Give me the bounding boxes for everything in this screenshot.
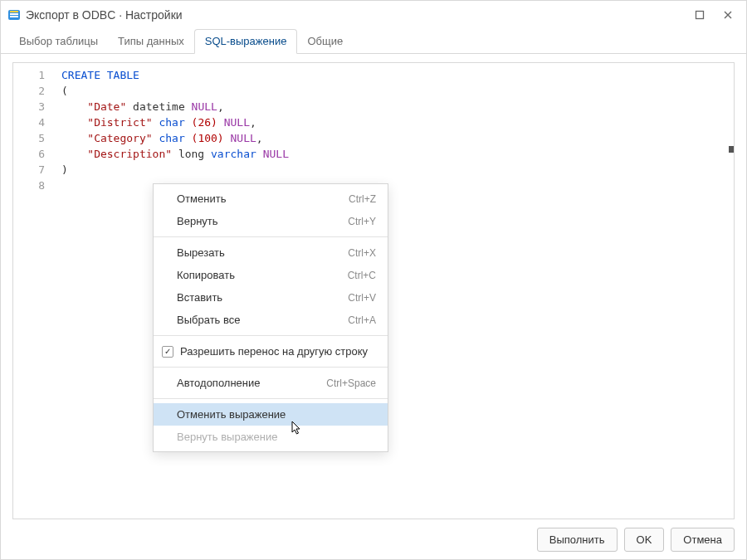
ctx-separator: [154, 335, 388, 336]
titlebar: Экспорт в ODBC · Настройки: [1, 1, 746, 29]
ctx-item-label: Копировать: [177, 269, 348, 281]
ctx-separator: [154, 367, 388, 368]
svg-rect-2: [10, 16, 18, 17]
cancel-button[interactable]: Отмена: [671, 528, 735, 552]
context-menu: Отменить Ctrl+Z Вернуть Ctrl+Y Вырезать …: [153, 183, 388, 452]
tab-sql-expression[interactable]: SQL-выражение: [194, 29, 298, 54]
line-number: 7: [13, 162, 45, 178]
ctx-item-label: Вернуть: [177, 215, 348, 227]
ctx-item-accel: Ctrl+C: [348, 270, 376, 281]
line-number: 4: [13, 114, 45, 130]
maximize-button[interactable]: [688, 3, 711, 27]
ctx-undo-expression[interactable]: Отменить выражение: [154, 403, 388, 426]
ctx-cut[interactable]: Вырезать Ctrl+X: [154, 241, 388, 264]
line-gutter: 1 2 3 4 5 6 7 8: [13, 63, 53, 519]
ctx-item-label: Вставить: [177, 291, 348, 304]
ctx-item-label: Разрешить перенос на другую строку: [180, 345, 376, 358]
check-icon: ✓: [162, 346, 173, 358]
ctx-item-label: Автодополнение: [177, 377, 326, 389]
svg-rect-4: [696, 12, 704, 19]
ctx-copy[interactable]: Копировать Ctrl+C: [154, 264, 388, 286]
tabbar: Выбор таблицы Типы данных SQL-выражение …: [1, 29, 746, 54]
close-button[interactable]: [716, 3, 740, 27]
ctx-item-accel: Ctrl+A: [348, 314, 376, 326]
ctx-item-accel: Ctrl+Space: [326, 377, 376, 389]
ctx-redo[interactable]: Вернуть Ctrl+Y: [154, 210, 388, 232]
line-number: 2: [13, 83, 45, 99]
line-number: 1: [13, 67, 45, 83]
ctx-item-accel: Ctrl+Z: [349, 193, 376, 205]
tab-select-table[interactable]: Выбор таблицы: [9, 30, 108, 53]
ctx-item-accel: Ctrl+Y: [348, 216, 376, 227]
ctx-undo[interactable]: Отменить Ctrl+Z: [154, 187, 388, 210]
ctx-item-label: Вернуть выражение: [177, 431, 376, 443]
ctx-separator: [154, 398, 388, 399]
svg-rect-1: [10, 13, 18, 15]
ctx-paste[interactable]: Вставить Ctrl+V: [154, 286, 388, 309]
line-number: 6: [13, 146, 45, 162]
ctx-item-accel: Ctrl+X: [348, 247, 376, 259]
ctx-item-label: Отменить выражение: [177, 408, 376, 421]
app-icon: [7, 8, 21, 22]
run-button[interactable]: Выполнить: [537, 528, 618, 552]
line-number: 8: [13, 178, 45, 193]
tab-general[interactable]: Общие: [297, 30, 353, 53]
ctx-item-accel: Ctrl+V: [348, 292, 376, 304]
svg-rect-3: [10, 11, 18, 12]
ctx-wrap-toggle[interactable]: ✓ Разрешить перенос на другую строку: [154, 340, 388, 363]
ctx-item-label: Отменить: [177, 192, 349, 205]
window-title: Экспорт в ODBC · Настройки: [26, 8, 683, 22]
cursor-indicator: [729, 146, 734, 153]
ctx-item-label: Выбрать все: [177, 314, 348, 326]
line-number: 3: [13, 99, 45, 114]
ctx-redo-expression: Вернуть выражение: [154, 426, 388, 448]
ctx-item-label: Вырезать: [177, 246, 348, 259]
ctx-autocomplete[interactable]: Автодополнение Ctrl+Space: [154, 372, 388, 394]
ok-button[interactable]: OK: [624, 528, 665, 552]
ctx-separator: [154, 236, 388, 237]
tab-data-types[interactable]: Типы данных: [108, 30, 194, 53]
dialog-footer: Выполнить OK Отмена: [1, 519, 746, 559]
line-number: 5: [13, 130, 45, 146]
ctx-select-all[interactable]: Выбрать все Ctrl+A: [154, 309, 388, 331]
